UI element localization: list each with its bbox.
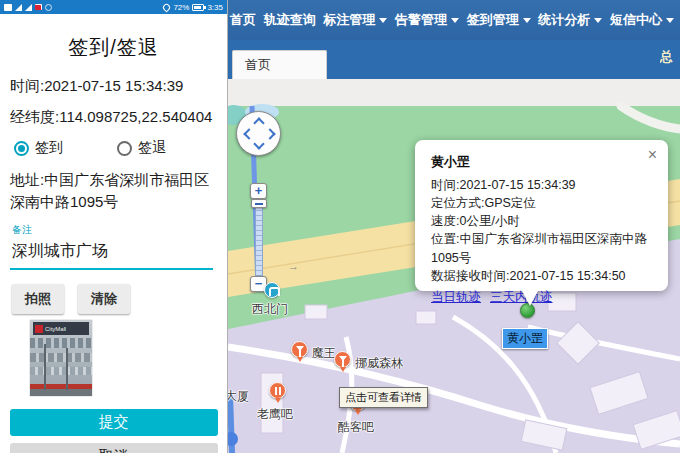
map-pan-control[interactable]: [236, 111, 281, 156]
notification-app-icon: [4, 4, 12, 11]
map-label-bar1: 魔王: [312, 345, 336, 362]
nav-home[interactable]: 首页: [230, 11, 256, 29]
today-track-link[interactable]: 当日轨迹: [431, 289, 481, 306]
person-marker-label[interactable]: 黄小罡: [502, 328, 548, 349]
data-saver-icon: [45, 4, 52, 11]
cancel-button[interactable]: 取消: [10, 443, 218, 453]
poi-restaurant-icon[interactable]: [269, 382, 286, 399]
popup-tail: [521, 289, 539, 306]
map-label-bar4: 酷客吧: [338, 419, 374, 436]
nav-checkin-mgmt[interactable]: 签到管理: [467, 11, 531, 29]
popup-row-position: 位置:中国广东省深圳市福田区深南中路1095号: [431, 230, 654, 266]
mobile-checkin-panel: 72% 3:35 签到/签退 时间:2021-07-15 15:34:39 经纬…: [0, 0, 228, 453]
remark-input[interactable]: 深圳城市广场: [12, 241, 227, 262]
corner-account-text[interactable]: 总: [660, 48, 680, 66]
remark-field-label: 备注: [12, 223, 227, 237]
clock: 3:35: [207, 3, 223, 12]
popup-title: 黄小罡: [431, 153, 654, 171]
checkin-photo-thumbnail[interactable]: CityMall: [30, 320, 92, 396]
close-icon[interactable]: ×: [648, 148, 657, 162]
tab-home[interactable]: 首页: [232, 50, 327, 79]
mobile-status-bar: 72% 3:35: [0, 0, 227, 14]
signal-icon: [15, 4, 22, 11]
clear-photo-button[interactable]: 清除: [78, 284, 130, 314]
map-label-northwest-gate: 西北门: [252, 301, 288, 318]
checkin-time-text: 时间:2021-07-15 15:34:39: [10, 75, 217, 96]
map-label-building: 大厦: [228, 388, 249, 405]
map-tooltip: 点击可查看详情: [339, 387, 428, 408]
poi-bar-icon[interactable]: [334, 351, 351, 368]
popup-row-loc-method: 定位方式:GPS定位: [431, 194, 654, 212]
map-label-bar3: 老鹰吧: [257, 406, 293, 423]
screen: 72% 3:35 签到/签退 时间:2021-07-15 15:34:39 经纬…: [0, 0, 680, 453]
checkin-type-radio-group: 签到 签退: [14, 139, 215, 157]
nav-track-query[interactable]: 轨迹查询: [264, 11, 316, 29]
one-way-arrow-icon: →: [288, 260, 299, 272]
poi-bar-icon[interactable]: [291, 341, 308, 358]
pan-right-icon[interactable]: [264, 128, 275, 139]
metro-entrance-icon[interactable]: [264, 282, 280, 298]
signal2-icon: [25, 4, 32, 11]
pan-left-icon[interactable]: [243, 128, 254, 139]
chevron-down-icon: [379, 18, 387, 23]
popup-row-time: 时间:2021-07-15 15:34:39: [431, 176, 654, 194]
nav-sms-center[interactable]: 短信中心: [610, 11, 674, 29]
citymall-logo-icon: [35, 325, 43, 333]
tab-bar: 首页 总: [228, 40, 680, 79]
chevron-down-icon: [451, 18, 459, 23]
building-sign-text: CityMall: [45, 326, 66, 332]
pan-up-icon[interactable]: [253, 117, 264, 128]
popup-row-speed: 速度:0公里/小时: [431, 212, 654, 230]
chevron-down-icon: [594, 18, 602, 23]
take-photo-button[interactable]: 拍照: [12, 284, 64, 314]
checkout-radio[interactable]: [117, 141, 132, 156]
latlng-text: 经纬度:114.098725,22.540404: [10, 106, 217, 127]
building-sign: CityMall: [33, 322, 89, 335]
remark-input-underline: [10, 268, 213, 270]
marker-info-popup: × 黄小罡 时间:2021-07-15 15:34:39 定位方式:GPS定位 …: [415, 140, 668, 291]
chevron-down-icon: [666, 18, 674, 23]
battery-icon: [192, 4, 204, 11]
page-title: 签到/签退: [0, 34, 227, 61]
map-label-bar2: 挪威森林: [355, 355, 403, 372]
submit-button[interactable]: 提交: [10, 409, 218, 436]
chevron-down-icon: [523, 18, 531, 23]
battery-percent: 72%: [173, 3, 189, 12]
checkin-radio[interactable]: [14, 141, 29, 156]
nav-statistics[interactable]: 统计分析: [538, 11, 602, 29]
checkin-radio-label[interactable]: 签到: [35, 139, 63, 157]
map-canvas[interactable]: + − → 西北门 大厦 魔王 挪威森林 老鹰吧 酷客吧 点击可查看详情 黄小罡: [228, 79, 680, 453]
zoom-slider-handle[interactable]: [251, 199, 267, 208]
notification-badge-icon: [35, 4, 42, 10]
zoom-slider-track[interactable]: [255, 200, 263, 276]
nav-alarm-mgmt[interactable]: 告警管理: [395, 11, 459, 29]
address-text: 地址:中国广东省深圳市福田区深南中路1095号: [10, 169, 217, 213]
popup-row-received: 数据接收时间:2021-07-15 15:34:50: [431, 267, 654, 285]
nav-annotation-mgmt[interactable]: 标注管理: [323, 11, 387, 29]
pan-down-icon[interactable]: [253, 138, 264, 149]
checkout-radio-label[interactable]: 签退: [138, 139, 166, 157]
main-navbar: 首页 轨迹查询 标注管理 告警管理 签到管理 统计分析 短信中心: [228, 0, 680, 40]
web-tracking-app: 首页 轨迹查询 标注管理 告警管理 签到管理 统计分析 短信中心 首页 总: [228, 0, 680, 453]
gps-location-icon: [162, 2, 172, 12]
zoom-in-button[interactable]: +: [250, 183, 267, 199]
